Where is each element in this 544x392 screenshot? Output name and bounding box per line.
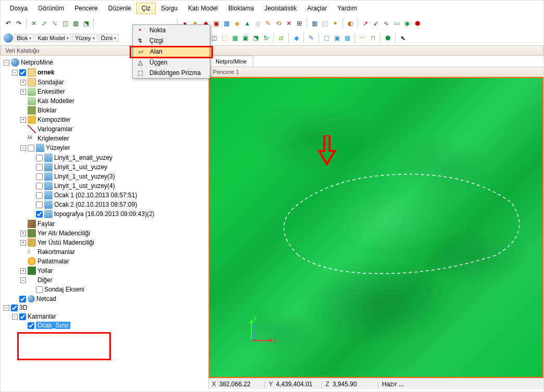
tool-icon[interactable]: ◇ — [253, 19, 262, 28]
menu-gorunum[interactable]: Görünüm — [33, 3, 69, 14]
tool-icon[interactable]: ↻ — [261, 33, 271, 43]
tree-item[interactable]: Sondaj Ekseni — [44, 286, 84, 293]
tool-icon[interactable]: ⬔ — [251, 33, 260, 43]
tree-checkbox[interactable] — [36, 164, 43, 171]
tree-item[interactable]: Sondajlar — [37, 79, 64, 86]
menu-jeoistatistik[interactable]: Jeoistatistik — [259, 3, 302, 14]
tool-icon[interactable]: ⊓ — [368, 33, 377, 43]
tool-icon[interactable]: ✎ — [307, 33, 316, 43]
tree-item[interactable]: Rakortmanlar — [37, 248, 75, 256]
redo-icon[interactable]: ↷ — [14, 19, 23, 28]
dd-prizma[interactable]: ⬚ Dikdörtgen Prizma — [133, 68, 210, 78]
tool-icon[interactable]: ▦ — [71, 19, 80, 28]
tool-icon[interactable]: ▲ — [243, 19, 252, 28]
tree-toggle[interactable]: − — [20, 277, 26, 283]
tree-item[interactable]: Linyit_1_ust_yuzey(3) — [54, 173, 115, 180]
tree-item[interactable]: topografya (16.09.2013 09:09:43)(2) — [54, 210, 155, 218]
tree-checkbox[interactable] — [19, 69, 26, 76]
yuzey-dropdown[interactable]: Yüzey — [72, 34, 97, 42]
tool-icon[interactable]: ◉ — [402, 19, 412, 28]
tool-icon[interactable]: ▭ — [392, 19, 401, 28]
tree-item[interactable]: Faylar — [37, 220, 55, 227]
tree-ocak-sinir[interactable]: Ocak_Sınır — [36, 322, 70, 329]
tool-icon[interactable]: ▦ — [222, 19, 231, 28]
tool-icon[interactable]: ⬔ — [81, 19, 91, 28]
tree-3d[interactable]: 3D — [19, 304, 27, 311]
tool-icon[interactable]: 〰 — [358, 33, 367, 43]
undo-icon[interactable]: ↶ — [4, 19, 13, 28]
tree-root[interactable]: NetproMine — [21, 59, 53, 66]
tree-toggle[interactable]: + — [20, 240, 26, 246]
tree-checkbox[interactable] — [28, 322, 34, 329]
tree-toggle[interactable]: − — [12, 314, 18, 320]
tree-toggle[interactable]: − — [4, 305, 9, 311]
blok-dropdown[interactable]: Blok — [14, 34, 34, 42]
dd-alan[interactable]: ▱ Alan — [133, 46, 210, 57]
dd-ucgen[interactable]: △ Üçgen — [133, 57, 210, 68]
menu-yardim[interactable]: Yardım — [332, 3, 362, 14]
menu-araclar[interactable]: Araçlar — [302, 3, 332, 14]
tool-icon[interactable]: ∿ — [382, 19, 391, 28]
dd-cizgi[interactable]: ↯ Çizgi — [133, 35, 210, 46]
tree-checkbox[interactable] — [19, 313, 26, 320]
menu-pencere[interactable]: Pencere — [69, 3, 103, 14]
tree-toggle[interactable]: − — [20, 145, 26, 151]
tool-icon[interactable]: ⬚ — [320, 19, 330, 28]
tree-item[interactable]: Katı Modeller — [37, 97, 74, 105]
tree-checkbox[interactable] — [36, 173, 43, 180]
tool-icon[interactable]: ▣ — [241, 33, 250, 43]
tool-icon[interactable]: ▣ — [332, 33, 341, 43]
tool-icon[interactable]: ⊞ — [295, 19, 304, 28]
tool-icon[interactable]: ↙ — [371, 19, 381, 28]
menu-dosya[interactable]: Dosya — [5, 3, 33, 14]
tool-icon[interactable]: ◆ — [292, 33, 301, 43]
tree-item[interactable]: Enkesitler — [37, 88, 65, 95]
tree-katmanlar[interactable]: Katmanlar — [28, 313, 56, 320]
tree-toggle[interactable]: + — [20, 231, 26, 236]
tool-icon[interactable]: ↗ — [361, 19, 370, 28]
menu-duzenle[interactable]: Düzenle — [103, 3, 136, 14]
menu-sorgu[interactable]: Sorgu — [156, 3, 183, 14]
tree-item[interactable]: Yer Altı Madenciliği — [37, 230, 90, 237]
oznitelik-dropdown[interactable]: Özni — [98, 34, 119, 42]
tree-checkbox[interactable] — [36, 286, 43, 293]
tree-checkbox[interactable] — [36, 211, 43, 218]
tool-icon[interactable]: ✕ — [284, 19, 294, 28]
tree-toggle[interactable]: − — [4, 60, 9, 66]
tool-icon[interactable]: ⤢ — [40, 19, 49, 28]
tree-ornek[interactable]: ornek — [37, 69, 55, 76]
tree-toggle[interactable]: + — [20, 268, 26, 274]
tool-icon[interactable]: ✕ — [29, 19, 39, 28]
tool-icon[interactable]: ▦ — [343, 33, 352, 43]
tree-item[interactable]: Yer Üstü Madenciliği — [37, 239, 94, 246]
tree-item[interactable]: Variogramlar — [37, 125, 73, 133]
tree-toggle[interactable]: + — [20, 80, 26, 85]
tree-checkbox[interactable] — [36, 183, 43, 189]
tree-checkbox[interactable] — [36, 201, 43, 208]
tree-item[interactable]: Linyit_1_enalt_yuzey — [54, 154, 112, 161]
tree-item[interactable]: Patlatmalar — [37, 258, 69, 265]
tree-item[interactable]: Linyit_1_ust_yuzey — [54, 163, 107, 171]
tree-toggle[interactable]: + — [20, 117, 26, 123]
tool-icon[interactable]: ✦ — [331, 19, 340, 28]
tool-icon[interactable]: ◫ — [209, 33, 219, 43]
menu-ciz[interactable]: Çiz — [136, 3, 156, 14]
menu-bloklama[interactable]: Bloklama — [223, 3, 259, 14]
tool-icon[interactable]: ⤡ — [50, 19, 59, 28]
tree-item[interactable]: Ocak 1 (02.10.2013 08:57:51) — [54, 192, 137, 199]
tool-icon[interactable]: ▦ — [310, 19, 319, 28]
tree-netcad[interactable]: Netcad — [36, 295, 56, 302]
tree-item[interactable]: Bloklar — [37, 107, 57, 114]
tree-item[interactable]: Yollar — [37, 267, 53, 274]
dd-nokta[interactable]: • Nokta — [133, 25, 210, 35]
tool-icon[interactable]: ✎ — [263, 19, 273, 28]
tool-icon[interactable]: ▣ — [211, 19, 221, 28]
tree-checkbox[interactable] — [28, 145, 34, 151]
tree-item[interactable]: Diğer — [37, 276, 53, 284]
menu-kati-model[interactable]: Katı Model — [183, 3, 223, 14]
tree-item[interactable]: Linyit_1_ust_yuzey(4) — [54, 182, 115, 189]
tree-item[interactable]: Ocak 2 (02.10.2013 08:57:09) — [54, 201, 137, 208]
tool-icon[interactable]: ⬢ — [413, 19, 422, 28]
globe-icon[interactable] — [4, 33, 13, 43]
tree-checkbox[interactable] — [36, 192, 43, 199]
